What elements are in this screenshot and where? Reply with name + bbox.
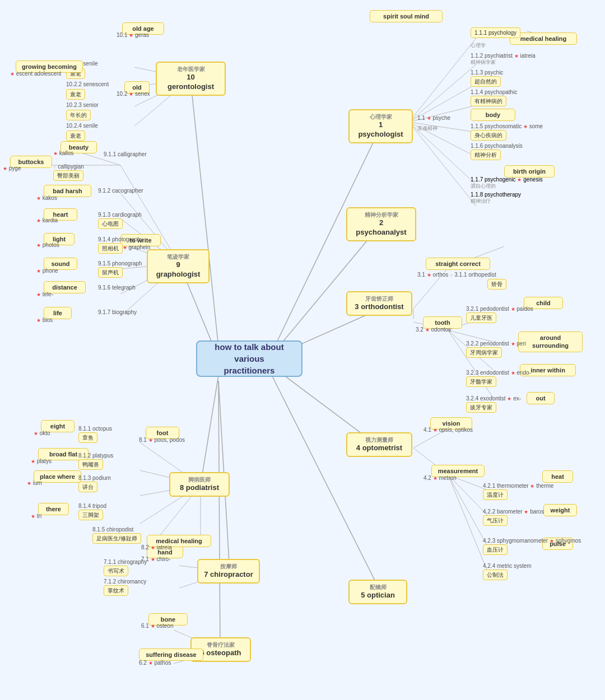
graphologist-node: 笔迹学家 9 graphologist [147,249,210,283]
photography-label: 9.1.4 photography [98,236,143,242]
ium-label: ★ ium [27,480,42,486]
podiatrist-node: 脚病医师 8 podiatrist [169,472,230,497]
tri-label: ★ tri [31,513,41,519]
okto-label: ★ okto [34,430,50,436]
tele-label: ★ tele- [36,291,53,297]
psychoanalyst-node: 精神分析学家 2 psychoanalyst [346,207,416,241]
psych-items: 1.1.1 psychology 心理学 1.1.2 psychiatrist … [471,27,543,162]
osteon-label: 6.1 ★ osteon [141,623,174,629]
photos-label: ★ photos [36,242,59,248]
photography-cn: 照相机 [98,243,123,254]
pathos-label: 6.2 ★ pathos [139,660,171,666]
geras-label: 10.1 ★ geras [117,32,149,38]
svg-line-24 [448,330,493,342]
optician-node: 配镜师 5 optician [348,580,407,604]
biography-label: 9.1.7 biography [98,309,137,315]
svg-line-9 [190,79,218,347]
endodontist-cn: 牙髓学家 [466,376,496,387]
barometer: 4.2.2 barometer ★ baros [483,508,544,515]
pedodontist-cn: 儿童牙医 [466,312,496,323]
callipygian-cn: 臀部美丽 [53,170,83,181]
kardia-label: ★ kardia [36,217,58,223]
cardiograph-label: 9.1.3 cardiograph [98,212,142,218]
endodontist: 3.2.3 endodontist ★ endo- [466,370,531,376]
center-node: how to talk about variouspractitioners [196,340,302,377]
svg-line-4 [269,370,381,592]
svg-line-17 [409,122,476,206]
around-surrounding: around surrounding [518,332,583,352]
periodontist: 3.2.2 periodontist ★ peri [466,340,526,347]
kallos-label: ★ kallos [53,150,73,156]
svg-line-10 [409,38,476,122]
platypus-cn: 鸭嘴兽 [78,459,103,470]
chiropodist-cn: 足病医生/修趾师 [92,533,141,544]
psychologist-node: 心理学家 1 psychologist [348,109,413,143]
gerontologist-node: 老年医学家 10 gerontologist [156,62,226,96]
svg-line-5 [218,381,220,650]
thermometer: 4.2.1 thermometer ★ therme [483,483,553,489]
odontos-label: 3.2 ★ odontos [416,326,451,333]
thermometer-cn: 温度计 [483,489,508,500]
octopus-label: 8.1.1 octopus [78,426,112,432]
iatreia-label: 8.2 ★ iatreia [141,544,172,550]
bios-label: ★ bios [36,317,53,323]
psyche-prefix: 1.1 ★ psyche 灵魂精神 [417,112,450,132]
barometer-cn: 气压计 [483,515,508,526]
metric-cn: 公制法 [483,570,508,580]
sphygmo-cn: 血压计 [483,544,508,555]
tripod-cn: 三脚架 [78,510,103,520]
suffering-disease: suffering disease [139,648,203,661]
pous-label: 8.1 ★ pous, podos [139,437,185,443]
phonograph-cn: 留声机 [98,267,123,278]
cacographer-label: 9.1.2 cacographer [98,188,143,194]
weight-node: weight [543,504,577,516]
chiropodist-label: 8.1.5 chiropodist [92,526,133,533]
orthodontist-node: 牙齿矫正师 3 orthodontist [346,291,412,316]
opsis-label: 4.1 ★ opsis, optikos [424,427,473,433]
phonograph-label: 9.1.5 phonograph [98,260,142,267]
calligrapher-label: 9.1.1 calligrapher [104,151,147,157]
platypus-label: 8.1.2 platypus [78,452,113,459]
svg-line-31 [448,475,487,546]
pedodontist: 3.2.1 pedodontist ★ paidos [466,306,533,312]
platys-label: ★ platys [31,458,52,464]
straight-correct: straight correct [426,258,490,270]
chiro-items: 7.1.1 chirography 书写术 7.1.2 chiromancy 掌… [104,559,147,596]
podium-label: 8.1.3 podium [78,475,111,481]
metron-label: 4.2 ★ metron [424,475,457,481]
periodontist-cn: 牙周病学家 [466,347,502,358]
orthos-label: 3.1 ★ orthos ○ 3.1.1 orthopedist [417,272,496,278]
telegraph-label: 9.1.6 telegraph [98,284,136,291]
optometrist-node: 视力测量师 4 optometrist [346,432,412,457]
escent-label: ★ escent adolescent [10,71,61,77]
exodontist: 3.2.4 exodontist ★ ex- [466,395,521,402]
pyge-label: ★ pyge [3,165,21,171]
senex-label: 10.2 ★ senex [117,91,150,97]
orthos-cn: 矫骨 [487,279,506,290]
kakos-label: ★ kakos [36,195,57,201]
birth-origin: birth origin [504,165,555,178]
heat-node: heat [542,470,573,483]
octopus-cn: 章鱼 [78,432,97,443]
phone-label: ★ phone [36,268,58,274]
psych-1-1-7: 1.1.7 psychogenic ★ genesis 源自心理的 1.1.8 … [471,176,543,205]
spirit-soul-mind: spirit soul mind [370,10,443,22]
sphygmo: 4.2.3 sphygmomanometer ★ sphygmos [483,538,581,544]
svg-line-7 [201,375,218,485]
svg-line-0 [269,127,381,358]
svg-line-32 [448,475,487,571]
metric: 4.2.4 metric system [483,563,532,569]
cardiograph-cn: 心电图 [98,218,123,229]
callipygian-label: ○ callipygian [53,164,84,170]
tripod-label: 8.1.4 tripod [78,503,106,509]
there-node: there [38,503,69,515]
podium-cn: 讲台 [78,482,97,492]
exodontist-cn: 拔牙专家 [466,402,496,413]
chiropractor-node: 按摩师 7 chiropractor [197,559,260,584]
out-node: out [527,392,555,404]
